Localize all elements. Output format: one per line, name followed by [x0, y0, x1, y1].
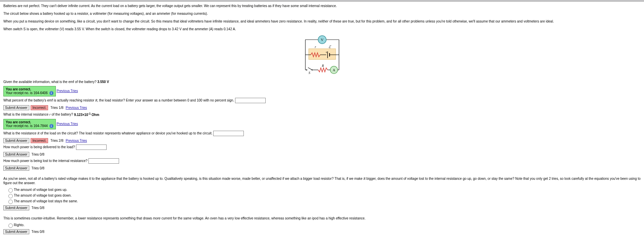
- q7-tries: Tries 0/8: [31, 206, 44, 210]
- q6-answer-input[interactable]: [88, 158, 119, 164]
- q3-answer: 9.123×10-1 Ohm: [74, 113, 99, 117]
- q2-previous-tries-link[interactable]: Previous Tries: [66, 106, 87, 110]
- q1-prompt: Given the available information, what is…: [3, 80, 641, 84]
- battery-plus: +: [326, 51, 327, 54]
- q3-prompt-a: What is the internal resistance: [3, 113, 49, 117]
- q8-option-1-radio[interactable]: [8, 223, 13, 228]
- q4-tries: Tries 2/8: [50, 139, 64, 142]
- q8-submit-button[interactable]: Submit Answer: [3, 229, 29, 234]
- q5-prompt-row: How much power is being delivered to the…: [3, 145, 641, 150]
- intro-paragraph-1: Batteries are not perfect. They can't de…: [3, 4, 641, 8]
- q3-correct-line1: You are correct.: [6, 120, 31, 124]
- info-icon[interactable]: i: [49, 91, 53, 95]
- intro-paragraph-2: The circuit below shows a battery hooked…: [3, 11, 641, 16]
- q3-previous-tries-link[interactable]: Previous Tries: [56, 122, 78, 126]
- q3-correct-line2: Your receipt no. is 164-7844: [6, 124, 48, 128]
- q6-tries: Tries 0/8: [31, 166, 44, 170]
- load-resistor: [318, 68, 328, 72]
- q8-prompt: This is sometimes counter-intuitive. Rem…: [3, 216, 641, 220]
- q8-italic-2: more: [153, 216, 161, 220]
- q8-tries: Tries 0/8: [31, 230, 44, 234]
- circuit-svg: V r + ℰ A: [302, 35, 342, 78]
- q4-submit-button[interactable]: Submit Answer: [3, 138, 29, 143]
- page-content: Batteries are not perfect. They can't de…: [0, 2, 644, 242]
- q1-correct-line1: You are correct.: [6, 87, 31, 91]
- q7-option-3-radio[interactable]: [8, 200, 13, 204]
- q6-prompt: How much power is being lost to the inte…: [3, 159, 87, 163]
- svg-line-15: [308, 68, 312, 70]
- q6-submit-button[interactable]: Submit Answer: [3, 166, 29, 171]
- q7-submit-button[interactable]: Submit Answer: [3, 205, 29, 210]
- q1-correct-line2: Your receipt no. is 164-6406: [6, 91, 48, 95]
- q3-correct-box: You are correct. Your receipt no. is 164…: [3, 119, 56, 129]
- intro-paragraph-3: When you put a measuring device on somet…: [3, 19, 641, 24]
- q1-prompt-text: Given the available information, what is…: [3, 80, 98, 84]
- q3-answer-exp: -1: [88, 112, 90, 115]
- q4-answer-input[interactable]: [213, 131, 244, 136]
- emf-label: ℰ: [328, 45, 331, 49]
- q2-incorrect-box: Incorrect.: [31, 105, 48, 110]
- q7-prompt-a: As you've seen, not all of a battery's r…: [3, 177, 364, 180]
- q7-option-1-radio[interactable]: [8, 188, 13, 193]
- q2-tries: Tries 1/8: [50, 106, 64, 110]
- q3-prompt-b: of the battery?: [51, 113, 74, 117]
- q8-italic-1: lower: [78, 216, 86, 220]
- intro-paragraph-4: When switch S is open, the voltmeter (V)…: [3, 27, 641, 31]
- q8-prompt-c: current for the same voltage. An oven ha…: [160, 216, 365, 220]
- ammeter-label: A: [333, 68, 335, 72]
- q1-answer: 3.550 V: [98, 80, 109, 84]
- q5-tries: Tries 0/8: [31, 153, 44, 156]
- q4-prompt-a: What is the resistance: [3, 131, 37, 135]
- q6-prompt-row: How much power is being lost to the inte…: [3, 158, 641, 164]
- q2-prompt-b: , the load resistor? Enter your answer a…: [97, 98, 234, 102]
- q5-prompt: How much power is being delivered to the…: [3, 145, 75, 149]
- q7-option-1-label: The amount of voltage lost goes up.: [14, 188, 67, 192]
- q4-incorrect-box: Incorrect.: [31, 138, 48, 143]
- q5-answer-input[interactable]: [76, 145, 107, 150]
- r-label: r: [315, 45, 316, 49]
- q3-prompt: What is the internal resistance r of the…: [3, 112, 641, 117]
- q4-prompt: What is the resistance R of the load on …: [3, 131, 641, 136]
- q2-prompt: What percent of the battery's emf is act…: [3, 98, 641, 103]
- q7-prompt: As you've seen, not all of a battery's r…: [3, 176, 641, 185]
- q3-answer-base: 9.123×10: [74, 113, 88, 117]
- q2-answer-input[interactable]: [235, 98, 266, 103]
- info-icon[interactable]: i: [49, 124, 53, 128]
- q8-prompt-a: This is sometimes counter-intuitive. Rem…: [3, 216, 78, 220]
- q3-answer-unit: Ohm: [91, 113, 100, 117]
- q1-correct-box: You are correct. Your receipt no. is 164…: [3, 86, 56, 96]
- circuit-diagram: V r + ℰ A: [3, 35, 641, 79]
- q8-option-1-label: Righto.: [14, 223, 25, 227]
- q2-prompt-a: What percent of the battery's emf is act…: [3, 98, 95, 102]
- switch-label: S: [308, 71, 310, 75]
- q4-previous-tries-link[interactable]: Previous Tries: [66, 139, 87, 142]
- R-label: R: [321, 64, 324, 68]
- q1-previous-tries-link[interactable]: Previous Tries: [56, 89, 78, 93]
- q2-submit-button[interactable]: Submit Answer: [3, 105, 29, 110]
- q7-option-2-radio[interactable]: [8, 194, 13, 198]
- q4-prompt-b: of the load on the circuit? The load res…: [39, 131, 212, 135]
- q8-prompt-b: resistance represents something that dra…: [86, 216, 153, 220]
- q7-option-2-label: The amount of voltage lost goes down.: [14, 194, 72, 197]
- q7-option-3-label: The amount of voltage lost stays the sam…: [14, 199, 78, 203]
- voltmeter-label: V: [321, 38, 324, 42]
- q5-submit-button[interactable]: Submit Answer: [3, 152, 29, 157]
